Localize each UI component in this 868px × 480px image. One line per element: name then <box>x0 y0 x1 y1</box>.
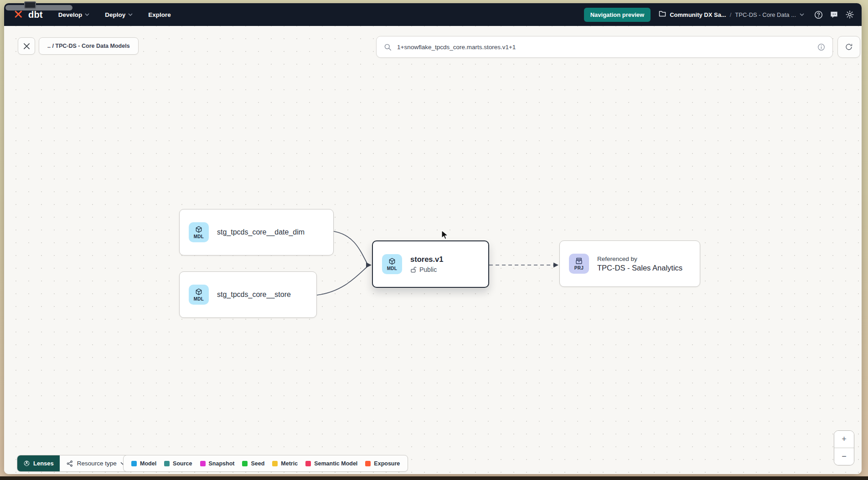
lock-open-icon <box>410 266 417 273</box>
legend-swatch <box>131 461 137 466</box>
legend-item-semantic-model: Semantic Model <box>305 460 357 467</box>
app-window: ✕ dbt Develop Deploy Explore Navigation … <box>4 3 862 474</box>
desktop-edge <box>0 476 868 480</box>
legend-swatch <box>164 461 170 466</box>
search-input[interactable] <box>397 44 812 51</box>
resource-type-label: Resource type <box>77 460 117 467</box>
resource-type-button[interactable]: Resource type <box>60 455 132 471</box>
nav-menu-explore[interactable]: Explore <box>148 11 171 18</box>
resource-type-legend: Model Source Snapshot Seed Metric Semant… <box>123 455 408 472</box>
cube-icon <box>195 225 203 234</box>
node-label: stg_tpcds_core__store <box>217 291 291 299</box>
cube-icon <box>388 257 396 266</box>
zoom-out-button[interactable]: − <box>834 448 854 465</box>
legend-label: Snapshot <box>209 460 235 467</box>
chevron-down-icon[interactable] <box>800 13 804 16</box>
navigation-preview-button[interactable]: Navigation preview <box>584 8 651 22</box>
legend-item-snapshot: Snapshot <box>200 460 235 467</box>
legend-label: Exposure <box>374 460 400 467</box>
chevron-down-icon <box>85 13 89 16</box>
top-navbar: ✕ dbt Develop Deploy Explore Navigation … <box>4 3 862 26</box>
nav-menu-explore-label: Explore <box>148 11 171 18</box>
info-icon[interactable] <box>817 43 825 51</box>
node-subtitle: Referenced by <box>597 255 682 262</box>
node-stg-tpcds-core-store[interactable]: MDL stg_tpcds_core__store <box>179 271 317 318</box>
folder-icon <box>659 10 666 19</box>
lenses-button[interactable]: Lenses <box>17 455 60 471</box>
badge-label: MDL <box>387 266 398 271</box>
node-text: stores.v1 Public <box>410 255 443 273</box>
nav-menu-develop[interactable]: Develop <box>58 11 90 18</box>
refresh-icon <box>845 43 853 51</box>
archive-icon <box>575 257 583 265</box>
desktop-background: { "navbar": { "logo": "dbt", "menu_devel… <box>0 0 868 480</box>
nav-menu-develop-label: Develop <box>58 11 83 18</box>
node-label: stg_tpcds_core__date_dim <box>217 228 305 236</box>
legend-swatch <box>242 461 248 466</box>
model-badge: MDL <box>189 285 209 305</box>
legend-item-seed: Seed <box>242 460 264 467</box>
screen-artifact-pill <box>5 5 72 10</box>
legend-label: Source <box>173 460 192 467</box>
chevron-down-icon <box>128 13 133 16</box>
model-badge: MDL <box>382 254 402 274</box>
close-icon <box>23 43 30 50</box>
node-text: Referenced by TPC-DS - Sales Analytics <box>597 255 682 272</box>
badge-label: MDL <box>194 234 204 239</box>
dbt-logo-text: dbt <box>28 10 43 20</box>
badge-label: MDL <box>194 296 204 301</box>
legend-item-metric: Metric <box>272 460 298 467</box>
legend-swatch <box>200 461 206 466</box>
lenses-control: Lenses Resource type <box>17 455 132 472</box>
legend-swatch <box>272 461 278 466</box>
navbar-right: Navigation preview Community DX Sa... / … <box>584 8 854 22</box>
nav-menu-deploy[interactable]: Deploy <box>105 11 133 18</box>
close-button[interactable] <box>18 37 35 55</box>
search-icon <box>384 43 392 51</box>
node-stores-v1[interactable]: MDL stores.v1 Public <box>372 240 489 288</box>
search-bar <box>376 36 833 58</box>
legend-label: Semantic Model <box>314 460 357 467</box>
lens-icon <box>23 460 30 467</box>
node-title: stores.v1 <box>410 255 443 264</box>
legend-item-exposure: Exposure <box>365 460 400 467</box>
breadcrumb-separator: / <box>730 11 732 18</box>
navbar-icons <box>814 10 854 19</box>
feedback-icon[interactable] <box>830 10 838 19</box>
node-project-tpc-ds-sales-analytics[interactable]: PRJ Referenced by TPC-DS - Sales Analyti… <box>559 240 700 287</box>
access-row: Public <box>410 266 443 273</box>
legend-item-source: Source <box>164 460 192 467</box>
legend-label: Seed <box>251 460 264 467</box>
access-label: Public <box>419 266 437 273</box>
breadcrumb-environment[interactable]: TPC-DS - Core Data ... <box>735 11 796 18</box>
legend-label: Metric <box>281 460 298 467</box>
project-name: TPC-DS - Sales Analytics <box>597 264 682 272</box>
badge-label: PRJ <box>574 266 584 271</box>
nav-menus: Develop Deploy Explore <box>58 11 171 18</box>
settings-icon[interactable] <box>845 10 854 19</box>
legend-swatch <box>365 461 371 466</box>
nav-menu-deploy-label: Deploy <box>105 11 125 18</box>
breadcrumb-project[interactable]: Community DX Sa... <box>670 11 726 18</box>
refresh-button[interactable] <box>837 36 860 58</box>
cube-icon <box>195 288 203 296</box>
project-badge: PRJ <box>569 254 589 274</box>
model-badge: MDL <box>189 222 209 242</box>
help-icon[interactable] <box>814 10 823 19</box>
node-stg-tpcds-core-date-dim[interactable]: MDL stg_tpcds_core__date_dim <box>179 209 334 255</box>
screen-artifact-window-icon <box>24 1 36 9</box>
lenses-label: Lenses <box>33 460 54 467</box>
zoom-controls: + − <box>834 430 854 465</box>
path-chip[interactable]: .. / TPC-DS - Core Data Models <box>39 37 139 55</box>
zoom-in-button[interactable]: + <box>834 431 854 448</box>
breadcrumb[interactable]: Community DX Sa... / TPC-DS - Core Data … <box>659 10 804 19</box>
legend-swatch <box>305 461 311 466</box>
legend-label: Model <box>140 460 156 467</box>
graph-icon <box>66 460 73 467</box>
legend-item-model: Model <box>131 460 156 467</box>
